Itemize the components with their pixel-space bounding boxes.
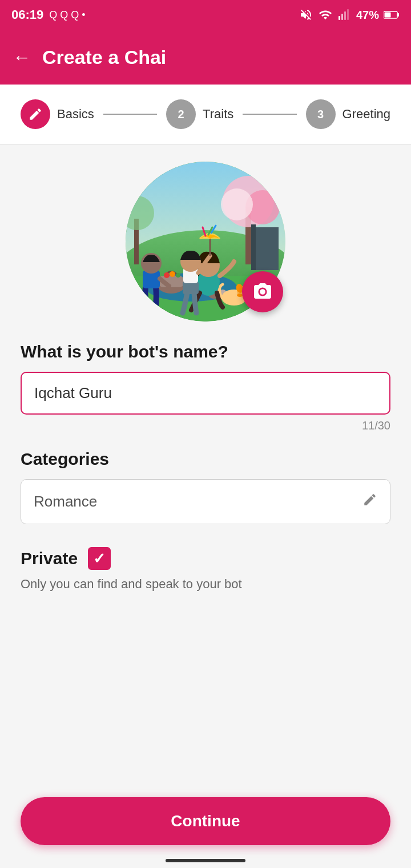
category-value: Romance [34,493,97,511]
status-apps: Q Q Q • [49,9,85,21]
bot-name-input[interactable] [21,372,390,415]
checkmark-icon: ✓ [93,550,106,568]
step-3-circle: 3 [306,99,336,129]
avatar-wrapper [126,162,285,322]
svg-rect-2 [344,11,346,20]
svg-rect-0 [339,16,340,20]
category-selector[interactable]: Romance [21,479,390,524]
back-button[interactable]: ← [13,47,31,68]
bot-name-label: What is your bot's name? [21,342,390,361]
svg-point-14 [221,188,253,220]
step-divider-2 [243,114,296,115]
bot-name-section: What is your bot's name? 11/30 [21,342,390,432]
svg-rect-18 [256,227,279,270]
svg-rect-36 [183,282,199,294]
step-2-label: Traits [203,107,233,122]
step-2-circle: 2 [166,99,196,129]
header: ← Create a Chai [0,30,411,85]
status-time: 06:19 [11,7,43,22]
continue-button[interactable]: Continue [21,797,390,845]
private-section: Private ✓ Only you can find and speak to… [21,547,390,592]
step-traits[interactable]: 2 Traits [166,99,233,129]
svg-rect-3 [347,9,349,20]
step-basics[interactable]: Basics [21,99,94,129]
mute-icon [299,8,313,22]
home-indicator [166,859,245,862]
svg-rect-6 [385,13,391,18]
battery-indicator: 47% [356,9,379,22]
step-1-label: Basics [57,107,94,122]
camera-icon [252,282,273,302]
private-checkbox[interactable]: ✓ [88,547,111,570]
battery-icon [384,10,400,19]
status-bar: 06:19 Q Q Q • 47% [0,0,411,30]
svg-rect-1 [341,14,343,20]
camera-button[interactable] [242,271,283,312]
signal-icon [338,8,352,22]
svg-point-24 [176,273,180,278]
step-1-circle [21,99,50,129]
page-title: Create a Chai [42,46,166,69]
svg-point-23 [170,271,175,277]
step-greeting[interactable]: 3 Greeting [306,99,390,129]
char-count: 11/30 [21,419,390,432]
step-divider-1 [103,114,157,115]
step-indicator: Basics 2 Traits 3 Greeting [0,85,411,144]
svg-rect-5 [397,13,399,17]
svg-point-22 [164,272,170,278]
svg-rect-17 [251,224,256,270]
main-content: What is your bot's name? 11/30 Categorie… [0,144,411,683]
private-label: Private [21,549,78,568]
avatar-section [21,162,390,322]
status-icons: 47% [299,8,400,22]
edit-icon [362,492,377,511]
private-header: Private ✓ [21,547,390,570]
categories-label: Categories [21,449,390,469]
private-description: Only you can find and speak to your bot [21,577,390,592]
step-3-label: Greeting [342,107,390,122]
wifi-icon [317,8,333,22]
categories-section: Categories Romance [21,449,390,524]
